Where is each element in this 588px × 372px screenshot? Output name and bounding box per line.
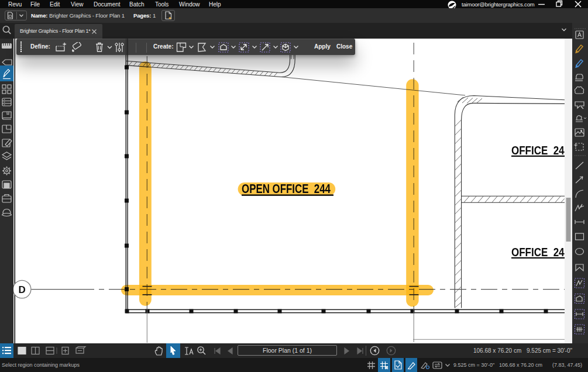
svg-text:OFFICE 244: OFFICE 244	[511, 143, 570, 157]
svg-text:D: D	[18, 284, 25, 295]
svg-text:OFFICE 244: OFFICE 244	[511, 245, 570, 259]
svg-text:OPEN OFFICE 244: OPEN OFFICE 244	[242, 181, 331, 196]
